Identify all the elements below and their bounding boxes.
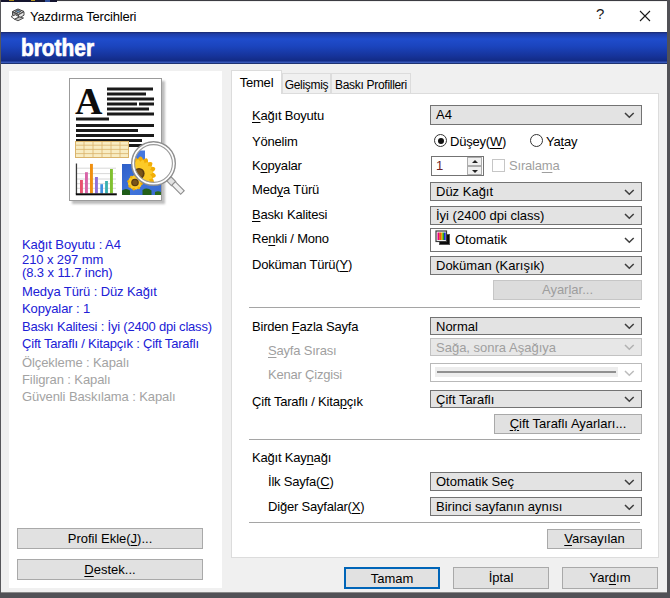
svg-text:brother: brother	[21, 35, 94, 61]
